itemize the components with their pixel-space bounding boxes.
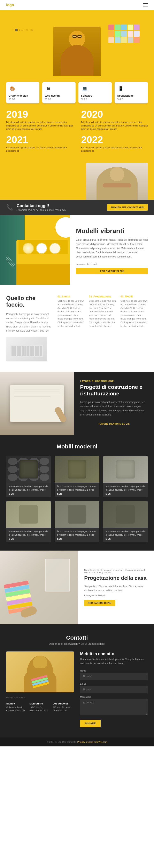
logo[interactable]: logo <box>6 3 14 7</box>
vibrant-title: Modelli vibranti <box>76 227 148 235</box>
office-city: Sidney <box>6 702 27 705</box>
construction-content: LAVORO DI COSTRUZIONE Progetti di costru… <box>74 372 154 435</box>
service-price: 30 PG <box>9 98 37 100</box>
what-item-text: Click here to add your own text and edit… <box>89 299 116 328</box>
decorative-circle <box>55 217 70 238</box>
vibrant-image-credit: Immagine da Freepik <box>76 263 148 265</box>
services-grid: 🎨 Graphic design 30 PG 🖥 Web design 30 P… <box>0 76 154 103</box>
what-item-mobili: 03. Mobili Click here to add your own te… <box>121 295 148 362</box>
offices-list: Sidney 45 Perama Road, Fairmont NSW 2165… <box>6 702 74 712</box>
footer-wix-link[interactable]: Proudly created with Wix.com <box>77 741 107 743</box>
vibrant-content: Modelli vibranti Elit ut aliqua purus id… <box>70 215 154 285</box>
office-address: 45 Perama Road, Fairmont NSW 2165 <box>6 706 27 712</box>
footer-text: © 2035 by Jon Doe Template. <box>47 741 77 743</box>
contact-image-credit: Immagine da Freepik <box>6 696 74 699</box>
timeline-text: Bricolage will spicate qualiter nisi dol… <box>6 146 73 153</box>
bg-decoration: ⬚ ⬛ ◉ △ ⬚ ✕ ⬚ ◉ <box>12 29 33 31</box>
furniture-price: $ 25 <box>106 492 145 495</box>
furniture-name: faro coussouto in a faro pager por mais … <box>9 485 48 491</box>
furniture-name: faro coussouto in a faro pager por mais … <box>106 485 145 491</box>
furniture-section: Mobili moderni faro coussouto in a faro … <box>0 435 154 551</box>
office-city: Melbourne <box>29 702 51 705</box>
timeline-item-2019: 2019 Bricolage will spicate qualiter nis… <box>6 110 73 131</box>
timeline-year: 2020 <box>81 110 148 119</box>
form-submit-button[interactable]: Inviare <box>80 720 101 727</box>
home-design-image <box>0 551 78 624</box>
timeline-item-2021: 2021 Bricolage will spicate qualiter nis… <box>6 135 73 153</box>
contact-banner-subtitle: Chiamaci oggi al 777 000 0000 o Emaila: … <box>17 209 66 211</box>
name-label: Nome <box>80 670 148 672</box>
construction-learn-more-button[interactable]: TUMORE MENTORE EL VIS <box>80 421 148 427</box>
furniture-image-2 <box>55 456 99 483</box>
office-city: Los Angeles <box>53 702 74 705</box>
furniture-image-6 <box>103 501 148 528</box>
contact-grid: Immagine da Freepik Sidney 45 Perama Roa… <box>6 651 148 727</box>
desk-image <box>6 337 47 362</box>
service-title: Applicazione <box>117 94 145 97</box>
home-design-tag: Sample text. Click to select the text bo… <box>84 569 148 574</box>
email-input[interactable] <box>80 686 148 693</box>
contact-section: Contatti Domande o osservazioni? Scrivi … <box>0 624 154 737</box>
furniture-item-6[interactable]: faro coussouto in a faro pager por mais … <box>103 501 148 542</box>
office-melbourne: Melbourne 163 Collins St, Melbourne VIC … <box>29 702 51 712</box>
construction-title: Progetti di costruzione e ristrutturazio… <box>80 384 148 397</box>
service-graphic-design[interactable]: 🎨 Graphic design 30 PG <box>6 82 40 103</box>
construction-text: Lorem ipsum dolor sit amet, consectetur … <box>80 400 148 417</box>
furniture-price: $ 25 <box>106 537 145 540</box>
furniture-grid: faro coussouto in a faro pager por mais … <box>6 456 148 542</box>
home-design-image-credit: Immagine da Freepik <box>84 594 148 597</box>
service-software[interactable]: 💻 Software 30 PG <box>78 82 112 103</box>
home-design-learn-more-button[interactable]: PER SAPERE DI PIÙ <box>84 600 115 606</box>
what-item-interni: 01. Interni Click here to add your own t… <box>57 295 85 362</box>
furniture-item-2[interactable]: faro coussouto in a faro pager por mais … <box>55 456 99 497</box>
contact-banner-button[interactable]: PRONTO PER CONTATTARSI <box>107 204 148 211</box>
what-item-progettazione: 02. Progettazione Click here to add your… <box>89 295 116 362</box>
what-item-text: Click here to add your own text and edit… <box>57 299 85 328</box>
software-icon: 💻 <box>81 85 88 93</box>
footer: © 2035 by Jon Doe Template. Proudly crea… <box>0 737 154 746</box>
furniture-item-4[interactable]: faro coussouto in a faro pager por mais … <box>6 501 51 542</box>
furniture-image-4 <box>6 501 51 528</box>
furniture-image-1 <box>6 456 51 483</box>
what-item-number: 03. Mobili <box>121 295 148 298</box>
what-i-do-paragraph: Paragraph. Lorem ipsum dolor sit amet, c… <box>6 312 51 333</box>
service-price: 30 PG <box>81 98 109 100</box>
hero-person-image <box>53 27 101 76</box>
service-title: Web design <box>45 94 73 97</box>
office-address: 163 Collins St, Melbourne VIC 3000 <box>29 706 51 712</box>
construction-image <box>0 372 74 435</box>
furniture-title: Mobili moderni <box>6 443 148 450</box>
message-textarea[interactable] <box>80 699 148 715</box>
name-input[interactable] <box>80 673 148 680</box>
woman-image <box>86 163 148 200</box>
vibrant-text: Elit ut aliqua purus id sit amet luctus.… <box>76 238 148 259</box>
contact-right-column: Mettiti in contatto Hai una richiesta o … <box>80 651 148 727</box>
message-label: Messaggio <box>80 696 148 698</box>
contact-form: Nome Email Messaggio Inviare <box>80 670 148 727</box>
vibrant-learn-more-button[interactable]: PER SAPERE DI PIÙ <box>76 268 148 274</box>
construction-section: LAVORO DI COSTRUZIONE Progetti di costru… <box>0 372 154 435</box>
service-app[interactable]: 📱 Applicazione 30 PG <box>114 82 148 103</box>
furniture-name: faro coussouto in a faro pager por mais … <box>57 485 97 491</box>
home-design-text: Sample text. Click to select the text bo… <box>84 584 148 593</box>
service-title: Graphic design <box>9 94 37 97</box>
furniture-price: $ 25 <box>57 537 97 540</box>
furniture-image-5 <box>55 501 99 528</box>
timeline-year: 2019 <box>6 110 73 119</box>
service-web-design[interactable]: 🖥 Web design 30 PG <box>42 82 76 103</box>
contact-subtitle: Domande o osservazioni? Scrivi un messag… <box>6 642 148 645</box>
furniture-item-5[interactable]: faro coussouto in a faro pager por mais … <box>55 501 99 542</box>
timeline-item-2022: 2022 Bricolage will spicate qualiter nis… <box>81 135 148 153</box>
service-title: Software <box>81 94 109 97</box>
furniture-item-3[interactable]: faro coussouto in a faro pager por mais … <box>103 456 148 497</box>
sticky-notes-decoration <box>108 25 139 43</box>
home-design-content: Sample text. Click to select the text bo… <box>78 551 154 624</box>
phone-icon: 📞 <box>6 204 14 211</box>
timeline-year: 2021 <box>6 135 73 145</box>
furniture-item-1[interactable]: faro coussouto in a faro pager por mais … <box>6 456 51 497</box>
vibrant-image-area <box>0 215 70 285</box>
app-icon: 📱 <box>117 85 124 93</box>
contact-person-image <box>6 651 74 692</box>
hamburger-menu[interactable] <box>143 3 148 7</box>
contact-banner-title: Contattaci oggi!! <box>17 204 66 208</box>
